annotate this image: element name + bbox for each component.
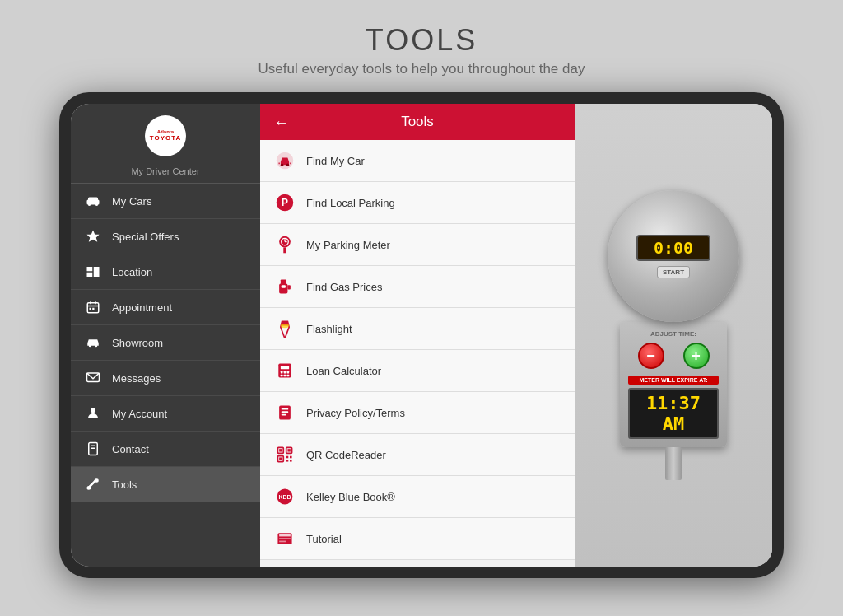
sidebar-item-special-offers-label: Special Offers — [112, 231, 179, 243]
svg-rect-1 — [88, 198, 98, 202]
back-button[interactable]: ← — [273, 113, 290, 132]
tool-item-qr-codereader[interactable]: QR CodeReader — [260, 434, 575, 476]
sidebar-item-contact-label: Contact — [112, 443, 149, 455]
parking-meter: 0:00 START ADJUST TIME: − + METER WILL E… — [608, 190, 739, 480]
sidebar-item-contact[interactable]: Contact — [71, 432, 260, 467]
sidebar-item-appointment[interactable]: Appointment — [71, 290, 260, 325]
sidebar-item-my-account-label: My Account — [112, 408, 167, 420]
tool-item-privacy-policy[interactable]: Privacy Policy/Terms — [260, 392, 575, 434]
svg-rect-7 — [94, 267, 100, 277]
tool-label-find-gas-prices: Find Gas Prices — [306, 281, 382, 293]
tool-item-find-my-car[interactable]: Find My Car — [260, 140, 575, 182]
svg-rect-38 — [281, 371, 283, 374]
svg-rect-41 — [281, 375, 283, 377]
my-account-icon — [84, 404, 102, 422]
sidebar-item-special-offers[interactable]: Special Offers — [71, 219, 260, 254]
logo-area: Atlanta TOYOTA — [71, 104, 260, 163]
sidebar-item-messages[interactable]: Messages — [71, 361, 260, 396]
meter-expire-time: 11:37 AM — [628, 388, 719, 439]
tools-icon — [84, 475, 102, 493]
location-icon — [84, 263, 102, 281]
flashlight-icon — [273, 317, 296, 340]
tablet-screen: Atlanta TOYOTA My Driver Center My Cars … — [71, 104, 772, 567]
svg-marker-4 — [87, 231, 100, 242]
meter-body: ADJUST TIME: − + METER WILL EXPIRE AT: 1… — [620, 322, 727, 447]
tools-list: Find My Car P Find Local Parking — [260, 140, 575, 567]
svg-rect-51 — [287, 449, 290, 451]
svg-text:KBB: KBB — [279, 494, 291, 500]
svg-rect-5 — [87, 267, 93, 271]
sidebar-item-location[interactable]: Location — [71, 254, 260, 290]
svg-rect-13 — [92, 308, 94, 310]
svg-rect-45 — [282, 408, 289, 410]
svg-rect-49 — [279, 449, 282, 451]
tablet-frame: Atlanta TOYOTA My Driver Center My Cars … — [59, 92, 784, 578]
page-subtitle: Useful everyday tools to help you throug… — [0, 61, 843, 77]
tool-item-find-local-parking[interactable]: P Find Local Parking — [260, 182, 575, 224]
kelley-blue-book-icon: KBB — [273, 485, 296, 508]
sidebar-nav: My Cars Special Offers Location — [71, 184, 260, 567]
svg-rect-39 — [284, 371, 286, 374]
tool-item-my-parking-meter[interactable]: My Parking Meter — [260, 224, 575, 266]
my-cars-icon — [84, 192, 102, 210]
meter-time-display: 0:00 — [636, 235, 710, 261]
svg-point-15 — [95, 344, 97, 347]
svg-rect-47 — [282, 414, 286, 416]
qr-codereader-icon — [273, 443, 296, 466]
tools-panel-title: Tools — [303, 114, 561, 130]
svg-rect-53 — [279, 457, 282, 460]
svg-rect-57 — [290, 460, 292, 462]
tool-item-kelley-blue-book[interactable]: KBB Kelley Blue Book® — [260, 476, 575, 518]
sidebar-item-showroom[interactable]: Showroom — [71, 325, 260, 361]
svg-text:P: P — [282, 197, 288, 208]
svg-rect-12 — [90, 308, 91, 310]
special-offers-icon — [84, 227, 102, 245]
svg-rect-56 — [286, 460, 289, 462]
find-gas-prices-icon — [273, 275, 296, 298]
tools-panel: ← Tools Find My Car — [260, 104, 575, 567]
sidebar-item-tools[interactable]: Tools — [71, 467, 260, 502]
svg-point-35 — [281, 324, 289, 328]
appointment-icon — [84, 298, 102, 316]
svg-point-22 — [281, 163, 283, 166]
tool-item-loan-calculator[interactable]: Loan Calculator — [260, 350, 575, 392]
svg-point-3 — [95, 203, 98, 206]
sidebar-item-my-cars[interactable]: My Cars — [71, 184, 260, 219]
meter-decrease-button[interactable]: − — [638, 343, 664, 369]
page-header: TOOLS Useful everyday tools to help you … — [0, 0, 843, 92]
sidebar-item-showroom-label: Showroom — [112, 337, 163, 349]
tool-label-loan-calculator: Loan Calculator — [306, 365, 381, 377]
find-local-parking-icon: P — [273, 191, 296, 214]
messages-icon — [84, 369, 102, 387]
svg-point-23 — [286, 163, 289, 166]
svg-rect-6 — [87, 273, 93, 277]
meter-start-button[interactable]: START — [657, 266, 690, 278]
privacy-policy-icon — [273, 401, 296, 424]
svg-rect-62 — [279, 538, 291, 539]
svg-rect-33 — [287, 285, 290, 289]
svg-rect-55 — [290, 456, 292, 459]
meter-head: 0:00 START — [608, 190, 739, 322]
meter-buttons: − + — [628, 343, 719, 369]
tool-item-tutorial[interactable]: Tutorial — [260, 518, 575, 560]
tool-item-flashlight[interactable]: Flashlight — [260, 308, 575, 350]
sidebar: Atlanta TOYOTA My Driver Center My Cars … — [71, 104, 260, 567]
page-title: TOOLS — [0, 23, 843, 58]
tool-label-qr-codereader: QR CodeReader — [306, 449, 386, 461]
svg-point-2 — [88, 203, 91, 206]
tutorial-icon — [273, 527, 296, 550]
sidebar-item-my-account[interactable]: My Account — [71, 396, 260, 432]
sidebar-item-appointment-label: Appointment — [112, 301, 172, 314]
meter-increase-button[interactable]: + — [683, 343, 710, 369]
svg-rect-32 — [281, 279, 286, 285]
tool-label-find-local-parking: Find Local Parking — [306, 197, 395, 209]
tool-item-find-gas-prices[interactable]: Find Gas Prices — [260, 266, 575, 308]
meter-illustration-area: 0:00 START ADJUST TIME: − + METER WILL E… — [575, 104, 772, 567]
brand-logo: Atlanta TOYOTA — [145, 115, 186, 156]
svg-rect-61 — [279, 534, 291, 537]
svg-rect-37 — [281, 366, 289, 369]
svg-rect-46 — [282, 411, 289, 413]
showroom-icon — [84, 334, 102, 352]
svg-rect-63 — [279, 541, 286, 543]
sidebar-item-tools-label: Tools — [112, 478, 137, 491]
